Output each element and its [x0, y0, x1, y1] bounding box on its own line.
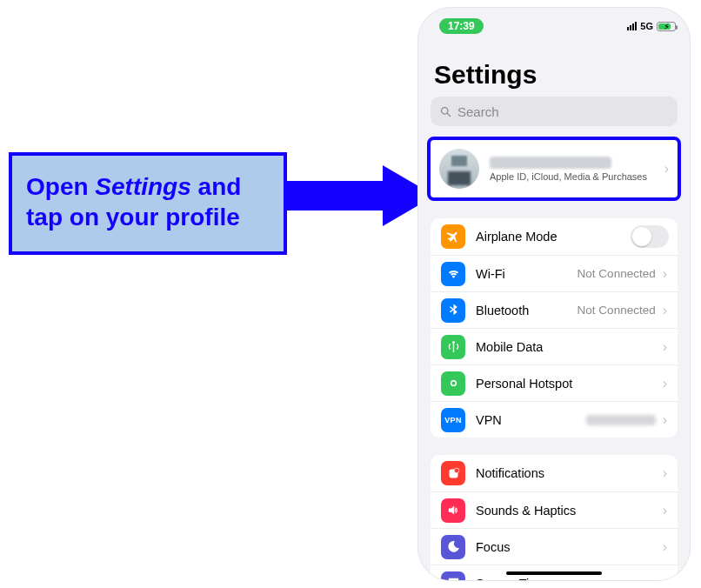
row-detail: Not Connected [577, 267, 656, 280]
chevron-right-icon: › [663, 161, 671, 177]
chevron-right-icon: › [661, 539, 669, 555]
airplane-toggle[interactable] [631, 225, 669, 248]
row-label: Personal Hotspot [476, 377, 661, 391]
row-label: Notifications [476, 466, 661, 480]
row-label: Screen Time [476, 577, 661, 582]
row-airplane-mode[interactable]: Airplane Mode [431, 218, 678, 255]
settings-group-connectivity: Airplane Mode Wi-Fi Not Connected › Blue… [431, 218, 678, 438]
arrow-right-icon [287, 165, 435, 226]
chevron-right-icon: › [661, 376, 669, 391]
row-sounds[interactable]: Sounds & Haptics › [431, 491, 678, 528]
focus-icon [441, 535, 465, 559]
chevron-right-icon: › [661, 576, 669, 582]
profile-subtitle: Apple ID, iCloud, Media & Purchases [490, 171, 663, 182]
profile-row[interactable]: Apple ID, iCloud, Media & Purchases › [431, 140, 678, 197]
time-pill: 17:39 [439, 18, 484, 34]
search-input[interactable]: Search [431, 97, 678, 126]
row-focus[interactable]: Focus › [431, 528, 678, 565]
avatar [439, 149, 479, 189]
home-indicator [506, 571, 602, 575]
row-notifications[interactable]: Notifications › [431, 455, 678, 491]
chevron-right-icon: › [661, 266, 669, 282]
row-label: Airplane Mode [476, 230, 631, 244]
row-vpn[interactable]: VPN VPN › [431, 401, 678, 438]
chevron-right-icon: › [661, 412, 669, 428]
svg-marker-0 [287, 165, 435, 226]
row-label: Wi-Fi [476, 267, 577, 281]
row-bluetooth[interactable]: Bluetooth Not Connected › [431, 291, 678, 328]
airplane-icon [441, 224, 465, 249]
screentime-icon [441, 571, 465, 582]
row-wifi[interactable]: Wi-Fi Not Connected › [431, 255, 678, 291]
link-icon [441, 371, 465, 396]
iphone-frame: 17:39 5G ⚡︎ Settings Search Apple ID, iC… [417, 7, 691, 581]
bluetooth-icon [441, 298, 465, 323]
chevron-right-icon: › [661, 503, 669, 518]
antenna-icon [441, 335, 465, 359]
row-personal-hotspot[interactable]: Personal Hotspot › [431, 364, 678, 401]
search-placeholder: Search [457, 104, 499, 119]
profile-name-redacted [490, 157, 611, 169]
wifi-icon [441, 262, 465, 286]
signal-icon [627, 22, 637, 30]
row-detail: Not Connected [577, 304, 656, 317]
chevron-right-icon: › [661, 339, 669, 355]
row-label: Mobile Data [476, 340, 661, 354]
svg-point-4 [454, 468, 459, 473]
chevron-right-icon: › [661, 303, 669, 318]
row-label: VPN [476, 413, 586, 427]
row-label: Focus [476, 540, 661, 554]
svg-line-2 [447, 113, 450, 116]
svg-point-1 [442, 107, 449, 114]
profile-row-highlight: Apple ID, iCloud, Media & Purchases › [427, 137, 681, 201]
sounds-icon [441, 498, 465, 523]
chevron-right-icon: › [661, 465, 669, 481]
page-title: Settings [418, 39, 690, 97]
row-mobile-data[interactable]: Mobile Data › [431, 328, 678, 364]
row-label: Sounds & Haptics [476, 504, 661, 518]
search-icon [439, 105, 452, 118]
row-label: Bluetooth [476, 304, 577, 317]
vpn-icon: VPN [441, 408, 465, 432]
notifications-icon [441, 461, 465, 485]
settings-group-system: Notifications › Sounds & Haptics › Focus… [431, 455, 678, 581]
row-detail-redacted [586, 415, 656, 425]
instruction-callout: Open Settings and tap on your profile [9, 152, 287, 255]
network-label: 5G [640, 21, 653, 31]
battery-icon: ⚡︎ [657, 22, 676, 31]
status-bar: 17:39 5G ⚡︎ [418, 8, 690, 39]
